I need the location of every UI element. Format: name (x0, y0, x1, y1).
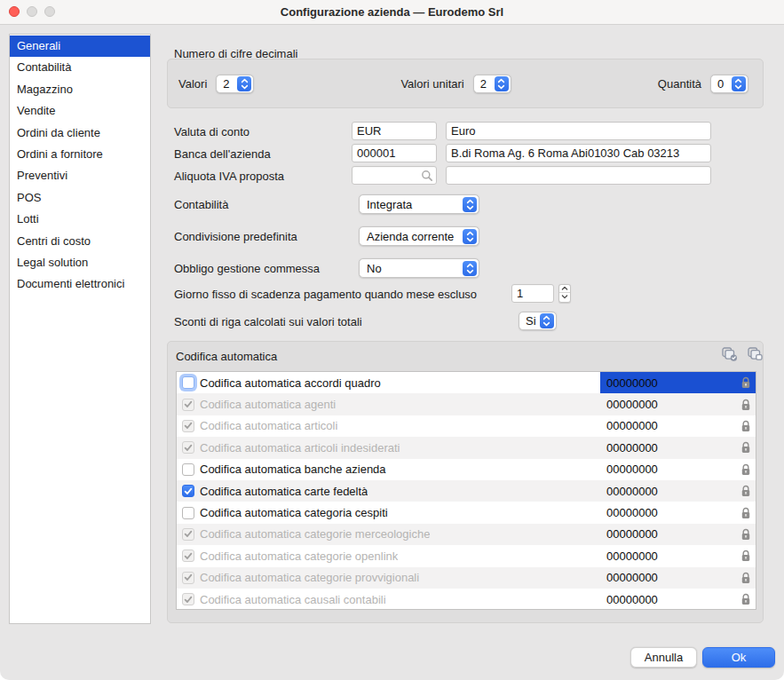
decimal-field: Quantità 0 (658, 75, 748, 93)
decimals-group-box: Valori 2 Valori unitari 2 (167, 59, 764, 108)
codifica-row[interactable]: Codifica automatica categorie merceologi… (177, 524, 756, 545)
sidebar-item[interactable]: Magazzino (10, 79, 150, 100)
decimal-value: 0 (711, 77, 726, 91)
banca-name-input[interactable] (446, 144, 711, 162)
sidebar-item[interactable]: Lotti (10, 209, 150, 230)
codifica-row[interactable]: Codifica automatica categorie openlink 0… (177, 545, 756, 566)
codifica-row-label: Codifica automatica accordi quadro (200, 376, 381, 390)
giorno-fisso-label: Giorno fisso di scadenza pagamento quand… (174, 288, 477, 301)
sidebar-item[interactable]: Preventivi (10, 165, 150, 186)
lock-icon (740, 485, 751, 497)
codifica-row-label: Codifica automatica categorie provvigion… (200, 571, 419, 584)
codifica-value: 00000000 (600, 376, 740, 390)
sidebar-item[interactable]: Vendite (10, 100, 150, 122)
sidebar-item[interactable]: Centri di costo (10, 231, 150, 252)
codifica-row[interactable]: Codifica automatica accordi quadro 00000… (177, 372, 756, 393)
codifica-checkbox[interactable] (182, 441, 194, 454)
uncheck-all-stack-icon[interactable] (748, 347, 764, 362)
title-bar: Configurazione azienda — Eurodemo Srl (0, 0, 784, 25)
codifica-value: 00000000 (600, 571, 740, 584)
codifica-checkbox[interactable] (182, 420, 194, 432)
sidebar-item[interactable]: Legal solution (10, 252, 150, 273)
banca-code-input[interactable] (352, 144, 437, 162)
codifica-checkbox[interactable] (182, 376, 194, 389)
codifica-value: 00000000 (600, 463, 740, 476)
codifica-checkbox[interactable] (182, 507, 194, 519)
giorno-fisso-stepper[interactable] (558, 284, 571, 303)
decimal-value-stepper[interactable]: 2 (216, 75, 254, 93)
condivisione-dropdown[interactable]: Azienda corrente (359, 226, 479, 246)
codifica-value-cell[interactable]: 00000000 (600, 545, 756, 566)
sidebar-item[interactable]: Generali (10, 36, 150, 57)
codifica-list: Codifica automatica accordi quadro 00000… (176, 371, 756, 610)
up-down-chevrons-icon (540, 313, 554, 328)
codifica-value-cell[interactable]: 00000000 (600, 589, 756, 610)
codifica-value-cell[interactable]: 00000000 (600, 480, 756, 502)
codifica-value-cell[interactable]: 00000000 (600, 502, 756, 523)
codifica-checkbox[interactable] (182, 528, 194, 541)
codifica-row[interactable]: Codifica automatica carte fedeltà 000000… (177, 480, 756, 502)
valuta-code-input[interactable] (352, 122, 437, 140)
configurazione-azienda-window: Configurazione azienda — Eurodemo Srl Ge… (0, 0, 784, 680)
contabilita-dropdown[interactable]: Integrata (359, 194, 479, 214)
lock-icon (740, 572, 751, 584)
codifica-row[interactable]: Codifica automatica articoli indesiderat… (177, 437, 756, 458)
decimal-field: Valori unitari 2 (400, 75, 511, 93)
check-all-stack-icon[interactable] (722, 347, 739, 362)
search-icon[interactable] (421, 170, 433, 182)
codifica-row[interactable]: Codifica automatica banche azienda 00000… (177, 459, 756, 480)
commessa-label: Obbligo gestione commessa (174, 262, 320, 275)
lock-icon (740, 399, 751, 411)
settings-sidebar: Generali Contabilità Magazzino Vendite O… (9, 34, 151, 624)
codifica-checkbox[interactable] (182, 399, 194, 411)
sidebar-item[interactable]: Contabilità (10, 57, 150, 78)
codifica-checkbox[interactable] (182, 485, 194, 497)
codifica-value-cell[interactable]: 00000000 (600, 524, 756, 545)
codifica-value-cell[interactable]: 00000000 (600, 459, 756, 480)
codifica-row-label: Codifica automatica categorie openlink (200, 550, 398, 563)
sconti-label: Sconti di riga calcolati sui valori tota… (174, 315, 362, 328)
valuta-name-input[interactable] (446, 122, 711, 140)
aliquota-label: Aliquota IVA proposta (174, 170, 284, 183)
codifica-row[interactable]: Codifica automatica causali contabili 00… (177, 589, 756, 610)
sconti-dropdown[interactable]: Si (519, 312, 557, 330)
sidebar-item[interactable]: Documenti elettronici (10, 273, 150, 295)
codifica-value-cell[interactable]: 00000000 (600, 415, 756, 437)
codifica-row[interactable]: Codifica automatica categorie provvigion… (177, 567, 756, 589)
decimal-field-label: Valori (178, 77, 207, 91)
decimal-field-label: Valori unitari (400, 77, 463, 91)
sidebar-item[interactable]: Ordini da cliente (10, 123, 150, 144)
codifica-value-cell[interactable]: 00000000 (600, 567, 756, 589)
condivisione-value: Azienda corrente (360, 230, 457, 243)
codifica-checkbox[interactable] (182, 593, 194, 605)
codifica-value: 00000000 (600, 398, 740, 411)
codifica-row[interactable]: Codifica automatica articoli 00000000 (177, 415, 756, 437)
codifica-row[interactable]: Codifica automatica categoria cespiti 00… (177, 502, 756, 523)
codifica-row-label: Codifica automatica causali contabili (200, 593, 386, 606)
up-down-chevrons-icon (237, 76, 251, 91)
codifica-row-label: Codifica automatica articoli (200, 419, 337, 432)
stepper-up-icon[interactable] (561, 285, 568, 292)
aliquota-name-input[interactable] (446, 166, 711, 185)
giorno-fisso-input[interactable] (511, 284, 554, 303)
codifica-row-label: Codifica automatica categoria cespiti (200, 506, 388, 519)
codifica-checkbox[interactable] (182, 550, 194, 562)
decimal-value-stepper[interactable]: 2 (473, 75, 511, 93)
decimal-field-label: Quantità (658, 77, 701, 91)
codifica-value-cell[interactable]: 00000000 (600, 393, 756, 415)
ok-button[interactable]: Ok (702, 647, 775, 668)
codifica-title: Codifica automatica (176, 350, 277, 363)
stepper-down-icon[interactable] (561, 293, 568, 300)
codifica-value-cell[interactable]: 00000000 (600, 372, 756, 393)
codifica-value-cell[interactable]: 00000000 (600, 437, 756, 458)
codifica-value: 00000000 (600, 550, 740, 563)
commessa-dropdown[interactable]: No (359, 258, 479, 278)
banca-label: Banca dell'azienda (174, 147, 271, 161)
codifica-checkbox[interactable] (182, 463, 194, 476)
sidebar-item[interactable]: Ordini a fornitore (10, 144, 150, 165)
codifica-row[interactable]: Codifica automatica agenti 00000000 (177, 393, 756, 415)
decimal-value-stepper[interactable]: 0 (710, 75, 748, 93)
codifica-checkbox[interactable] (182, 572, 194, 584)
annulla-button[interactable]: Annulla (630, 647, 697, 668)
sidebar-item[interactable]: POS (10, 187, 150, 209)
